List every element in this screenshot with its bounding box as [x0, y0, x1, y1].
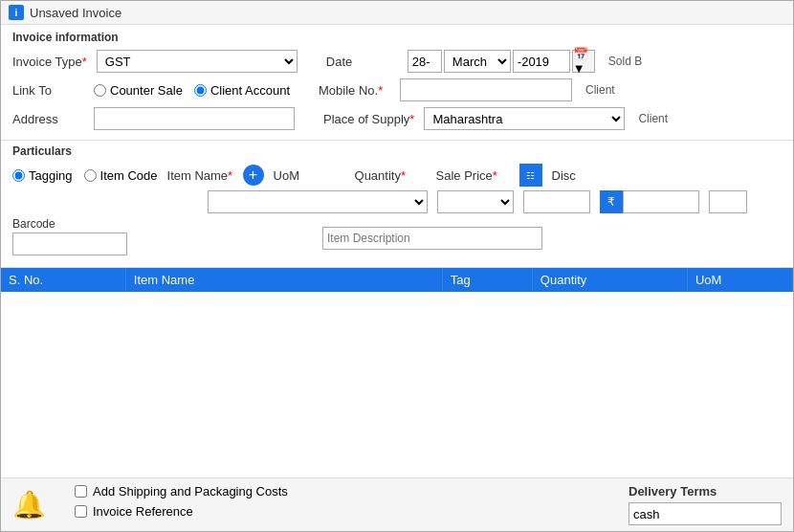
tagging-label: Tagging: [29, 168, 73, 183]
item-code-radio[interactable]: [84, 169, 97, 182]
invoice-info-section: Invoice information Invoice Type* GST No…: [1, 25, 793, 141]
sold-label: Sold B: [608, 55, 642, 68]
link-to-label: Link To: [12, 83, 84, 98]
particulars-title: Particulars: [12, 144, 782, 158]
bottom-bar: 🔔 Add Shipping and Packaging Costs Invoi…: [1, 477, 793, 531]
col-tag: Tag: [442, 268, 532, 292]
sale-price-label: Sale Price*: [436, 168, 508, 183]
delivery-terms-input[interactable]: cash: [629, 502, 782, 525]
counter-sale-radio[interactable]: [94, 84, 106, 97]
tagging-radio[interactable]: [12, 169, 25, 182]
main-window: i Unsaved Invoice Invoice information In…: [0, 0, 794, 532]
mobile-no-input[interactable]: [400, 78, 572, 101]
client-account-radio[interactable]: [194, 84, 207, 97]
particulars-section: Particulars Tagging Item Code Item Name*: [1, 141, 793, 268]
sale-price-input[interactable]: [623, 190, 699, 213]
counter-sale-label: Counter Sale: [110, 83, 183, 98]
item-code-radio-label[interactable]: Item Code: [84, 168, 158, 183]
add-shipping-checkbox-label[interactable]: Add Shipping and Packaging Costs: [75, 484, 288, 499]
uom-select[interactable]: [437, 190, 514, 213]
barcode-area: Barcode: [12, 217, 127, 255]
calculator-button[interactable]: ☷: [519, 164, 542, 187]
invoice-reference-checkbox-label[interactable]: Invoice Reference: [75, 504, 288, 519]
date-picker-button[interactable]: 📅▼: [572, 50, 595, 73]
add-item-button[interactable]: +: [243, 165, 264, 186]
particulars-row-3: Barcode: [12, 217, 782, 259]
table-header: S. No. Item Name Tag Quantity UoM: [1, 268, 793, 292]
window-title: Unsaved Invoice: [30, 6, 121, 20]
invoice-info-title: Invoice information: [12, 31, 782, 44]
date-label: Date: [326, 55, 398, 69]
app-icon: i: [9, 5, 24, 20]
invoice-type-select[interactable]: GST Non-GST Proforma: [97, 50, 298, 73]
form-row-2: Link To Counter Sale Client Account Mobi…: [12, 78, 782, 101]
items-table-section: S. No. Item Name Tag Quantity UoM: [1, 268, 793, 477]
form-row-3: Address Place of Supply* Maharashtra Del…: [12, 107, 782, 130]
col-item-name: Item Name: [125, 268, 442, 292]
client-label-2: Client: [638, 112, 668, 125]
client-label-1: Client: [585, 83, 615, 97]
place-of-supply-select[interactable]: Maharashtra Delhi Karnataka: [424, 107, 625, 130]
place-of-supply-label: Place of Supply*: [323, 112, 414, 126]
invoice-reference-checkbox[interactable]: [75, 505, 87, 518]
add-shipping-checkbox[interactable]: [75, 485, 87, 498]
mobile-no-label: Mobile No.*: [319, 83, 390, 98]
form-row-1: Invoice Type* GST Non-GST Proforma Date …: [12, 50, 782, 73]
item-name-label: Item Name*: [167, 168, 239, 183]
title-bar: i Unsaved Invoice: [1, 1, 793, 25]
client-account-label: Client Account: [210, 83, 290, 98]
tagging-radio-label[interactable]: Tagging: [12, 168, 73, 183]
table-row: [1, 378, 793, 407]
date-year-input[interactable]: -2019: [513, 50, 570, 73]
table-row: [1, 292, 793, 321]
item-type-radio-group: Tagging Item Code: [12, 168, 158, 183]
table-row: [1, 407, 793, 435]
delivery-terms-area: Delivery Terms cash: [629, 484, 782, 525]
address-label: Address: [12, 112, 84, 126]
rupee-button[interactable]: ₹: [600, 190, 623, 213]
table-row: [1, 321, 793, 349]
table-row: [1, 349, 793, 378]
particulars-row-1: Tagging Item Code Item Name* + UoM Quant…: [12, 164, 782, 187]
table-body: [1, 292, 793, 435]
bell-icon: 🔔: [12, 489, 46, 521]
item-name-area: Item Name* +: [167, 165, 264, 186]
col-uom: UoM: [687, 268, 792, 292]
invoice-type-label: Invoice Type*: [12, 55, 87, 69]
barcode-input[interactable]: [12, 233, 127, 255]
particulars-row-2: ₹: [12, 190, 782, 213]
invoice-reference-label: Invoice Reference: [93, 504, 193, 519]
items-table: S. No. Item Name Tag Quantity UoM: [1, 268, 793, 435]
discount-input[interactable]: [709, 190, 747, 213]
content-area: Invoice information Invoice Type* GST No…: [1, 25, 793, 531]
date-month-select[interactable]: March JanuaryFebruaryApril: [444, 50, 511, 73]
disc-label: Disc: [552, 168, 624, 183]
date-area: 28- March JanuaryFebruaryApril -2019 📅▼: [408, 50, 595, 73]
col-quantity: Quantity: [532, 268, 687, 292]
client-account-radio-label[interactable]: Client Account: [194, 83, 290, 98]
checkboxes-area: Add Shipping and Packaging Costs Invoice…: [75, 484, 288, 519]
quantity-input[interactable]: [523, 190, 590, 213]
date-day-input[interactable]: 28-: [408, 50, 442, 73]
col-sno: S. No.: [1, 268, 125, 292]
item-code-label: Item Code: [100, 168, 158, 183]
sale-price-area: ₹: [600, 190, 699, 213]
address-input[interactable]: [94, 107, 295, 130]
item-description-input[interactable]: [322, 227, 542, 250]
add-shipping-label: Add Shipping and Packaging Costs: [93, 484, 288, 499]
delivery-terms-label: Delivery Terms: [629, 484, 782, 499]
uom-label: UoM: [274, 168, 345, 183]
counter-sale-radio-label[interactable]: Counter Sale: [94, 83, 183, 98]
link-to-radio-group: Counter Sale Client Account: [94, 83, 290, 98]
quantity-label: Quantity*: [355, 168, 427, 183]
item-name-select[interactable]: [208, 190, 428, 213]
barcode-label: Barcode: [12, 217, 127, 231]
